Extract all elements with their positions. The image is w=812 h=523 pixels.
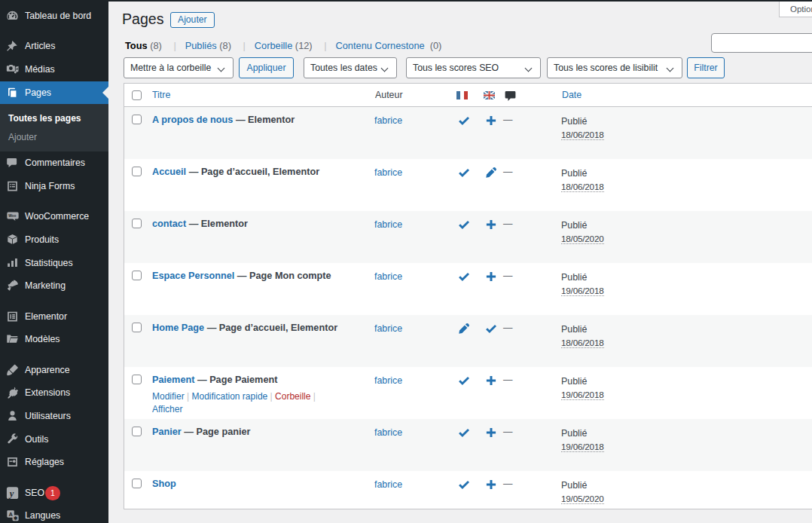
svg-text:Woo: Woo [8, 214, 16, 218]
svg-text:✱: ✱ [14, 515, 18, 521]
svg-text:A: A [8, 511, 13, 518]
svg-text:y: y [8, 488, 14, 499]
